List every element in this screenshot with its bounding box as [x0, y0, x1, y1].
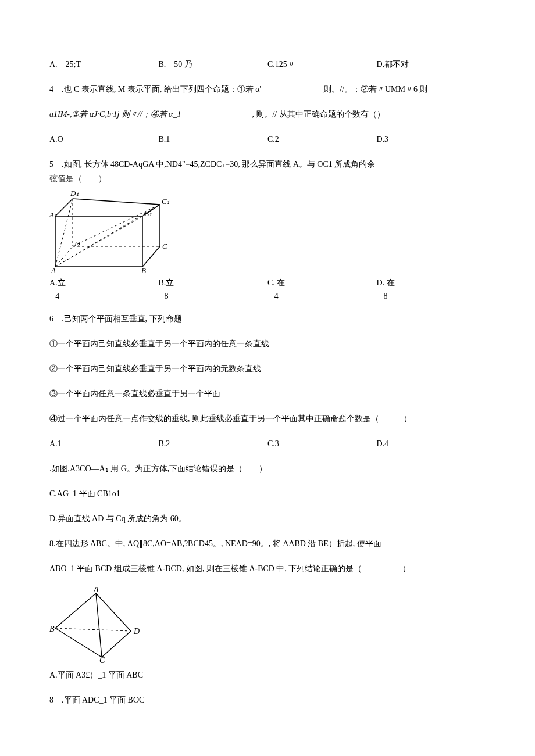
- q5-option-a: A.立 4: [49, 277, 159, 302]
- q5-opt-c-bot: 4: [268, 289, 285, 302]
- q6-option-c: C.3: [268, 438, 377, 450]
- q5-opt-a-top: A.立: [49, 278, 66, 287]
- svg-text:A₁: A₁: [49, 210, 57, 219]
- q6-p4: ④过一个平面内任意一点作交线的垂线, 则此垂线必垂直于另一个平面其中正确命题个数…: [49, 413, 486, 425]
- q3-option-d: D,都不对: [377, 58, 486, 70]
- q5-opt-a-bot: 4: [49, 289, 66, 302]
- q6-p3: ③一个平面内任意一条直线必垂直于另一个平面: [49, 388, 486, 400]
- q5-option-b: B.立 8: [159, 277, 268, 302]
- q5-options: A.立 4 B.立 8 C. 在 4 D. 在 8: [49, 277, 486, 302]
- q6-line1: 6 .己知两个平面相互垂直, 下列命题: [49, 313, 486, 325]
- svg-text:D: D: [133, 627, 140, 636]
- q8-line1: 8.在四边形 ABC。中, AQ∥8C,AO=AB,?BCD45。, NEAD=…: [49, 538, 486, 550]
- q6-p1: ①一个平面内己知直线必垂直于另一个平面内的任意一条直线: [49, 338, 486, 350]
- q5-opt-d-bot: 8: [377, 289, 395, 302]
- q5-opt-c-top: C. 在: [268, 278, 285, 287]
- q5-option-c: C. 在 4: [268, 277, 377, 302]
- svg-text:C₁: C₁: [162, 197, 170, 206]
- q4-option-a: A.O: [49, 133, 159, 145]
- q3-option-a: A. 25;T: [49, 58, 159, 70]
- q5-figure-cuboid: D₁ C₁ A₁ B₁ D C A B: [49, 188, 486, 275]
- q5-opt-d-top: D. 在: [377, 278, 395, 287]
- q5-opt-b-top: B.立: [159, 278, 174, 287]
- q8-line2: ABO_1 平面 BCD 组成三棱锥 A-BCD, 如图, 则在三棱锥 A-BC…: [49, 562, 486, 575]
- svg-text:D₁: D₁: [70, 189, 79, 198]
- q6-p2: ②一个平面内己知直线必垂直于另一个平面内的无数条直线: [49, 363, 486, 375]
- q4-line1a: 4 .也 C 表示直线, M 表示平面, 给出下列四个命题：①若 α': [49, 85, 261, 94]
- q6-options: A.1 B.2 C.3 D.4: [49, 438, 486, 450]
- q5-line2: 弦值是（ ）: [49, 173, 486, 185]
- q5-opt-b-bot: 8: [159, 289, 174, 302]
- svg-text:B: B: [141, 266, 146, 275]
- q3-option-b: B. 50 乃: [159, 58, 268, 70]
- q6-option-d: D.4: [377, 438, 486, 450]
- q4-line2a: a1IM-,③若 αJ·C,b·1j 则〃//；④若 α_1: [49, 110, 181, 119]
- q6-option-b: B.2: [159, 438, 268, 450]
- q4-option-d: D.3: [377, 133, 486, 145]
- svg-text:D: D: [74, 239, 80, 248]
- q4-line2: a1IM-,③若 αJ·C,b·1j 则〃//；④若 α_1 , 则。// 从其…: [49, 108, 486, 120]
- svg-text:B: B: [49, 625, 55, 633]
- q8-option-a: A.平面 A3£）_1 平面 ABC: [49, 669, 486, 681]
- q4-option-c: C.2: [268, 133, 377, 145]
- q4-options: A.O B.1 C.2 D.3: [49, 133, 486, 145]
- q4-line1: 4 .也 C 表示直线, M 表示平面, 给出下列四个命题：①若 α' 则。//…: [49, 83, 486, 95]
- q7-option-c: C.AG_1 平面 CB1o1: [49, 488, 486, 500]
- q3-options: A. 25;T B. 50 乃 C.125〃 D,都不对: [49, 58, 486, 70]
- q3-option-c: C.125〃: [268, 58, 377, 70]
- q4-line2b: , 则。// 从其中正确命题的个数有（）: [252, 110, 384, 119]
- svg-text:B₁: B₁: [144, 209, 152, 218]
- svg-text:A: A: [51, 266, 56, 275]
- svg-text:C: C: [162, 242, 167, 250]
- q5-line1: 5 .如图, 长方体 48CD-AqGA 中,ND4"=45,ZCDC₁=30,…: [49, 158, 486, 170]
- svg-text:A: A: [93, 587, 99, 594]
- q6-option-a: A.1: [49, 438, 159, 450]
- q7-line1: .如图,A3CO—A₁ 用 G。为正方体,下面结论错误的是（ ）: [49, 463, 486, 475]
- q8-figure-tetrahedron: A B D C: [49, 587, 486, 663]
- q4-option-b: B.1: [159, 133, 268, 145]
- q5-option-d: D. 在 8: [377, 277, 486, 302]
- q8-option-b: 8 .平面 ADC_1 平面 BOC: [49, 694, 486, 706]
- q4-line1b: 则。//。；②若〃UMM〃6 则: [323, 85, 427, 94]
- q7-option-d: D.异面直线 AD 与 Cq 所成的角为 60。: [49, 513, 486, 525]
- svg-text:C: C: [99, 656, 105, 663]
